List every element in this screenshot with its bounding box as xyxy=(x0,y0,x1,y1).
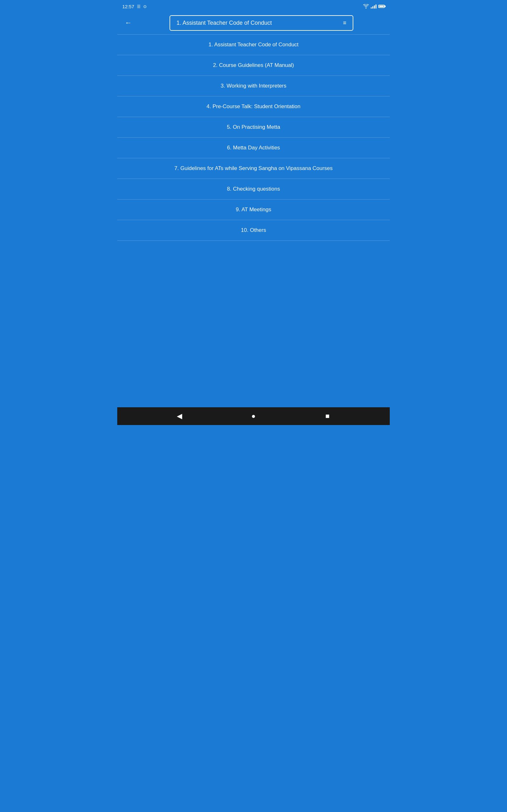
wifi-icon xyxy=(363,4,369,9)
top-bar: ← 1. Assistant Teacher Code of Conduct ≡ xyxy=(117,11,390,34)
menu-item[interactable]: 1. Assistant Teacher Code of Conduct xyxy=(117,34,390,55)
menu-item[interactable]: 9. AT Meetings xyxy=(117,200,390,220)
hamburger-icon: ≡ xyxy=(343,20,346,26)
notification-icon-1: ☰ xyxy=(137,4,141,9)
status-time: 12:57 xyxy=(122,4,134,9)
battery-icon xyxy=(378,5,385,8)
menu-item[interactable]: 5. On Practising Metta xyxy=(117,117,390,138)
menu-item-text: 1. Assistant Teacher Code of Conduct xyxy=(209,42,298,48)
menu-item[interactable]: 2. Course Guidelines (AT Manual) xyxy=(117,55,390,76)
menu-item[interactable]: 6. Metta Day Activities xyxy=(117,138,390,158)
nav-bar: ◀ ● ■ xyxy=(117,407,390,425)
nav-back-button[interactable]: ◀ xyxy=(173,410,186,422)
menu-item-text: 3. Working with Interpreters xyxy=(221,83,286,89)
menu-item-text: 10. Others xyxy=(241,227,266,234)
menu-item[interactable]: 10. Others xyxy=(117,220,390,241)
back-button[interactable]: ← xyxy=(122,16,134,30)
nav-home-button[interactable]: ● xyxy=(247,410,260,422)
menu-item[interactable]: 7. Guidelines for ATs while Serving Sang… xyxy=(117,158,390,179)
status-left: 12:57 ☰ ⊙ xyxy=(122,4,147,9)
menu-item[interactable]: 8. Checking questions xyxy=(117,179,390,200)
nav-recent-button[interactable]: ■ xyxy=(321,410,334,422)
status-right xyxy=(363,4,385,9)
menu-item-text: 9. AT Meetings xyxy=(236,206,271,213)
menu-item-text: 7. Guidelines for ATs while Serving Sang… xyxy=(174,165,332,171)
menu-item[interactable]: 4. Pre-Course Talk: Student Orientation xyxy=(117,96,390,117)
menu-item-text: 5. On Practising Metta xyxy=(227,124,280,131)
status-bar: 12:57 ☰ ⊙ xyxy=(117,0,390,11)
title-button-text: 1. Assistant Teacher Code of Conduct xyxy=(176,20,272,26)
menu-item-text: 8. Checking questions xyxy=(227,186,280,192)
menu-item[interactable]: 3. Working with Interpreters xyxy=(117,76,390,96)
screen: 12:57 ☰ ⊙ xyxy=(117,0,390,425)
menu-item-text: 4. Pre-Course Talk: Student Orientation xyxy=(207,103,300,110)
menu-list: 1. Assistant Teacher Code of Conduct2. C… xyxy=(117,34,390,407)
signal-icon xyxy=(371,4,377,9)
menu-item-text: 6. Metta Day Activities xyxy=(227,145,280,151)
notification-icon-2: ⊙ xyxy=(143,4,147,9)
menu-item-text: 2. Course Guidelines (AT Manual) xyxy=(213,62,294,68)
title-button[interactable]: 1. Assistant Teacher Code of Conduct ≡ xyxy=(170,15,353,31)
